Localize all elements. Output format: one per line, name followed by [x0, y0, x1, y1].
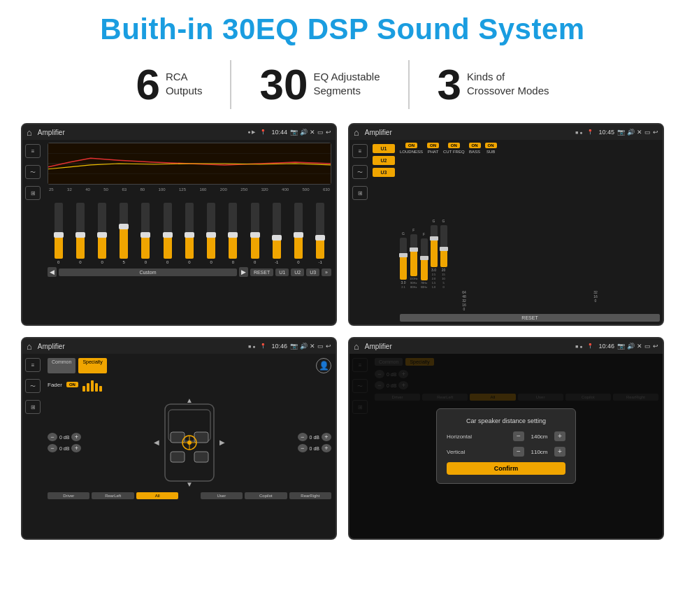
amp-screen: ⌂ Amplifier ■ ● 📍 10:45 📷 🔊 ✕ ▭ ↩ ≡ 〜 ⊞ … — [348, 123, 664, 326]
back-icon[interactable]: ↩ — [326, 129, 331, 136]
dialog-title: Car speaker distance setting — [447, 417, 565, 424]
amp-camera-icon: 📷 — [617, 129, 625, 136]
fader-camera-icon: 📷 — [290, 343, 298, 350]
fader-screen: ⌂ Amplifier ■ ● 📍 10:46 📷 🔊 ✕ ▭ ↩ ≡ 〜 ⊞ … — [21, 337, 337, 540]
vertical-row: Vertical − 110cm + — [447, 447, 565, 457]
tab-common[interactable]: Common — [48, 358, 75, 373]
right-db-controls: − 0 dB + − 0 dB + — [298, 433, 331, 452]
sub-on-badge[interactable]: ON — [485, 143, 497, 148]
amp-toggles: ON LOUDNESS ON PHAT ON CUT FREQ ON BASS — [400, 143, 660, 154]
fader-icon-2[interactable]: 〜 — [25, 379, 41, 393]
fader-icon-3[interactable]: ⊞ — [25, 400, 41, 414]
btn-rearleft[interactable]: RearLeft — [92, 492, 134, 499]
left-db-val-1: 0 dB — [59, 435, 69, 440]
home-icon[interactable]: ⌂ — [27, 127, 32, 138]
left-minus-1[interactable]: − — [48, 433, 57, 441]
amp-close-icon: ✕ — [637, 129, 642, 136]
amp-vert-sliders[interactable]: G 3.0 2.1 F 100Hz 90Hz 80Hz F — [400, 157, 660, 289]
right-minus-2[interactable]: − — [298, 444, 308, 452]
left-minus-2[interactable]: − — [48, 444, 57, 452]
loudness-on-badge[interactable]: ON — [405, 143, 417, 148]
eq-frequency-chart[interactable] — [48, 143, 331, 185]
fader-on-badge[interactable]: ON — [66, 382, 78, 387]
fader-top-controls: Fader ON — [48, 378, 331, 392]
eq-sliders[interactable]: 0 0 0 5 0 0 0 0 0 0 -1 0 -1 — [48, 194, 331, 264]
dialog-home-icon[interactable]: ⌂ — [354, 341, 359, 352]
eq-custom-btn[interactable]: Custom — [59, 268, 237, 276]
amp-icon-2[interactable]: 〜 — [352, 165, 368, 179]
vertical-plus[interactable]: + — [554, 447, 565, 457]
btn-all[interactable]: All — [136, 492, 178, 499]
close-icon: ✕ — [310, 129, 315, 136]
svg-point-13 — [187, 440, 192, 445]
btn-driver[interactable]: Driver — [48, 492, 89, 499]
horizontal-plus[interactable]: + — [554, 431, 565, 441]
preset-u1[interactable]: U1 — [373, 144, 395, 153]
bass-label: BASS — [469, 150, 480, 154]
amp-reset-btn[interactable]: RESET — [400, 314, 660, 322]
cutfreq-on-badge[interactable]: ON — [448, 143, 460, 148]
dialog-back-icon[interactable]: ↩ — [653, 343, 658, 350]
eq-bottom-controls[interactable]: ◀ Custom ▶ RESET U1 U2 U3 » — [48, 267, 331, 277]
person-icon[interactable]: 👤 — [316, 358, 331, 373]
car-svg-area: ▲ ▼ ◀ ▶ — [81, 397, 297, 488]
eq-reset-btn[interactable]: RESET — [250, 268, 273, 276]
fader-label: Fader — [48, 382, 62, 388]
car-diagram-area: − 0 dB + − 0 dB + — [48, 397, 331, 488]
fader-tabs[interactable]: Common Specialty 👤 — [48, 358, 331, 373]
battery-icon: ▭ — [317, 129, 324, 136]
svg-text:▲: ▲ — [186, 397, 193, 404]
eq-dots: ● ▶ — [247, 129, 255, 135]
right-minus-1[interactable]: − — [298, 433, 308, 441]
right-db-row-1: − 0 dB + — [298, 433, 331, 441]
right-plus-2[interactable]: + — [322, 444, 331, 452]
eq-icon-3[interactable]: ⊞ — [25, 186, 41, 200]
amp-home-icon[interactable]: ⌂ — [354, 127, 359, 138]
eq-next-btn[interactable]: ▶ — [239, 267, 248, 277]
amp-status-bar: ⌂ Amplifier ■ ● 📍 10:45 📷 🔊 ✕ ▭ ↩ — [349, 124, 663, 140]
amp-back-icon[interactable]: ↩ — [653, 129, 658, 136]
vertical-minus[interactable]: − — [513, 447, 524, 457]
left-plus-2[interactable]: + — [71, 444, 81, 452]
eq-icon-2[interactable]: 〜 — [25, 165, 41, 179]
tab-specialty[interactable]: Specialty — [78, 358, 106, 373]
eq-icon-1[interactable]: ≡ — [25, 144, 41, 158]
right-db-val-2: 0 dB — [310, 446, 319, 451]
vslider-4: G 20 15 10 5 0 — [440, 219, 447, 289]
fader-icon-1[interactable]: ≡ — [25, 358, 41, 372]
left-plus-1[interactable]: + — [71, 433, 81, 441]
confirm-button[interactable]: Confirm — [447, 462, 565, 475]
horizontal-minus[interactable]: − — [513, 431, 524, 441]
preset-u2[interactable]: U2 — [373, 156, 395, 165]
btn-user[interactable]: User — [201, 492, 243, 499]
preset-u3[interactable]: U3 — [373, 168, 395, 177]
phat-on-badge[interactable]: ON — [427, 143, 439, 148]
right-db-val-1: 0 dB — [310, 435, 319, 440]
amp-icon-3[interactable]: ⊞ — [352, 186, 368, 200]
right-plus-1[interactable]: + — [322, 433, 331, 441]
bass-on-badge[interactable]: ON — [469, 143, 481, 148]
fader-bottom-buttons[interactable]: Driver RearLeft All User Copilot RearRig… — [48, 492, 331, 499]
eq-slider-4: 0 — [141, 203, 150, 264]
dialog-status-bar: ⌂ Amplifier ■ ● 📍 10:46 📷 🔊 ✕ ▭ ↩ — [349, 338, 663, 354]
eq-slider-0: 0 — [55, 203, 63, 264]
volume-icon: 🔊 — [300, 129, 308, 136]
fader-pin: 📍 — [260, 343, 266, 349]
eq-slider-3: 5 — [120, 203, 128, 264]
fader-level-bars — [82, 378, 102, 392]
eq-u1-btn[interactable]: U1 — [275, 268, 289, 276]
eq-u3-btn[interactable]: U3 — [306, 268, 319, 276]
amp-icon-1[interactable]: ≡ — [352, 144, 368, 158]
vertical-value: 110cm — [527, 449, 551, 455]
eq-u2-btn[interactable]: U2 — [291, 268, 304, 276]
svg-rect-8 — [171, 452, 185, 462]
fader-back-icon[interactable]: ↩ — [326, 343, 331, 350]
btn-rearright[interactable]: RearRight — [289, 492, 331, 499]
btn-copilot[interactable]: Copilot — [245, 492, 287, 499]
toggle-cutfreq: ON CUT FREQ — [443, 143, 465, 154]
eq-prev-btn[interactable]: ◀ — [48, 267, 57, 277]
fader-home-icon[interactable]: ⌂ — [27, 341, 32, 352]
loudness-label: LOUDNESS — [400, 150, 423, 154]
eq-expand-btn[interactable]: » — [322, 268, 331, 276]
left-db-row-1: − 0 dB + — [48, 433, 81, 441]
